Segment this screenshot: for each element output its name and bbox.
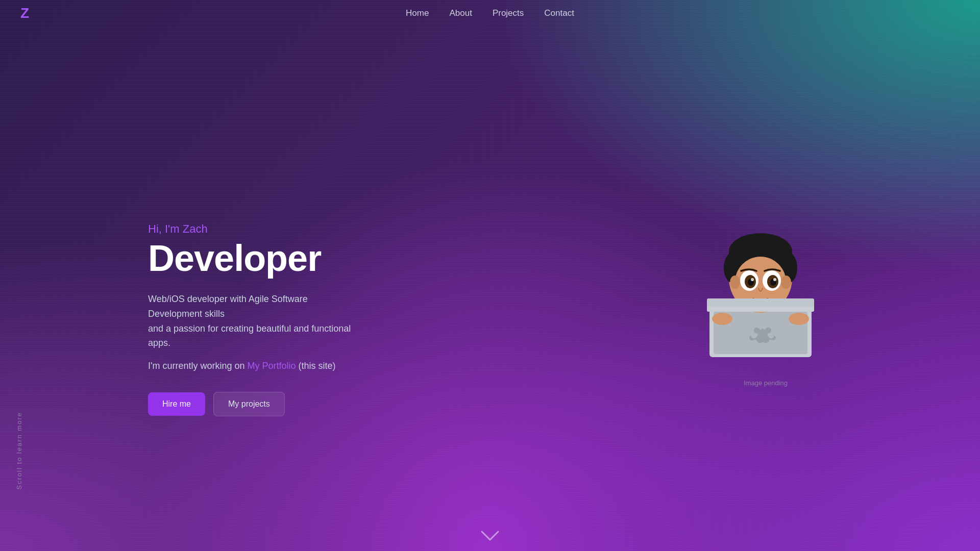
nav-item-home[interactable]: Home	[406, 8, 429, 18]
hire-me-button[interactable]: Hire me	[148, 392, 205, 416]
nav-item-contact[interactable]: Contact	[544, 8, 574, 18]
hero-content: Hi, I'm Zach Developer Web/iOS developer…	[148, 222, 362, 416]
svg-point-21	[712, 313, 732, 325]
bottom-chevron[interactable]	[480, 527, 500, 546]
nav-item-projects[interactable]: Projects	[493, 8, 524, 18]
portfolio-link[interactable]: My Portfolio	[248, 361, 296, 371]
svg-point-10	[781, 276, 791, 289]
nav-link-about[interactable]: About	[449, 8, 472, 18]
navbar: Z Home About Projects Contact	[0, 0, 980, 27]
avatar-svg	[694, 212, 827, 365]
logo[interactable]: Z	[20, 5, 29, 21]
image-pending-label: Image pending	[744, 379, 788, 387]
nav-link-home[interactable]: Home	[406, 8, 429, 18]
svg-point-9	[730, 276, 740, 289]
svg-rect-20	[707, 298, 814, 307]
nav-item-about[interactable]: About	[449, 8, 472, 18]
hero-avatar: Image pending	[694, 212, 837, 387]
hero-title: Developer	[148, 240, 362, 277]
svg-point-22	[789, 313, 809, 325]
scroll-indicator: Scroll to learn more	[15, 412, 23, 490]
avatar-image-container	[694, 212, 837, 375]
svg-point-18	[773, 278, 776, 281]
nav-link-contact[interactable]: Contact	[544, 8, 574, 18]
svg-point-17	[751, 278, 754, 281]
hero-description: Web/iOS developer with Agile Software De…	[148, 292, 362, 350]
working-on-text: I'm currently working on My Portfolio (t…	[148, 361, 362, 371]
nav-link-projects[interactable]: Projects	[493, 8, 524, 18]
hero-section: Hi, I'm Zach Developer Web/iOS developer…	[0, 27, 980, 551]
nav-links: Home About Projects Contact	[406, 8, 574, 18]
greeting-text: Hi, I'm Zach	[148, 222, 362, 236]
cta-buttons: Hire me My projects	[148, 392, 362, 416]
my-projects-button[interactable]: My projects	[213, 392, 285, 416]
